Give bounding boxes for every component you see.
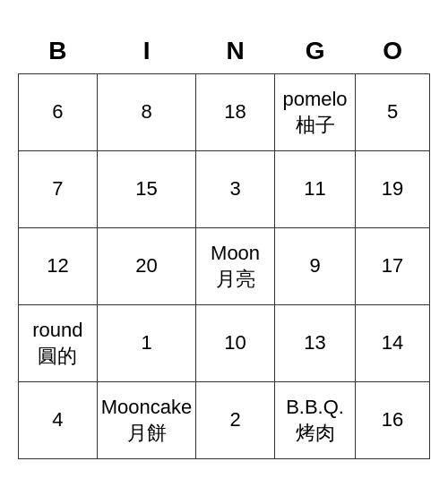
bingo-row-0: 6818pomelo柚子5	[19, 74, 430, 151]
bingo-cell-r0-c3: pomelo柚子	[274, 74, 355, 151]
bingo-cell-r0-c1: 8	[97, 74, 196, 151]
bingo-cell-r4-c2: 2	[196, 382, 275, 459]
bingo-row-2: 1220Moon月亮917	[19, 228, 430, 305]
bingo-cell-r1-c4: 19	[356, 151, 430, 228]
bingo-cell-r2-c2: Moon月亮	[196, 228, 275, 305]
bingo-header-B: B	[19, 28, 98, 74]
bingo-cell-r3-c2: 10	[196, 305, 275, 382]
bingo-header-G: G	[274, 28, 355, 74]
bingo-cell-r4-c4: 16	[356, 382, 430, 459]
bingo-cell-r2-c0: 12	[19, 228, 98, 305]
bingo-row-4: 4Mooncake月餅2B.B.Q.烤肉16	[19, 382, 430, 459]
bingo-cell-r0-c2: 18	[196, 74, 275, 151]
bingo-cell-r4-c3: B.B.Q.烤肉	[274, 382, 355, 459]
bingo-cell-r3-c0: round圓的	[19, 305, 98, 382]
bingo-cell-r2-c1: 20	[97, 228, 196, 305]
bingo-cell-r3-c3: 13	[274, 305, 355, 382]
bingo-cell-r2-c3: 9	[274, 228, 355, 305]
bingo-cell-r1-c1: 15	[97, 151, 196, 228]
bingo-cell-r4-c1: Mooncake月餅	[97, 382, 196, 459]
bingo-cell-r2-c4: 17	[356, 228, 430, 305]
bingo-cell-r1-c0: 7	[19, 151, 98, 228]
bingo-header-O: O	[356, 28, 430, 74]
bingo-header-I: I	[97, 28, 196, 74]
bingo-cell-r0-c4: 5	[356, 74, 430, 151]
bingo-cell-r1-c3: 11	[274, 151, 355, 228]
bingo-card: BINGO 6818pomelo柚子5715311191220Moon月亮917…	[18, 28, 430, 460]
bingo-cell-r3-c4: 14	[356, 305, 430, 382]
bingo-cell-r4-c0: 4	[19, 382, 98, 459]
bingo-cell-r0-c0: 6	[19, 74, 98, 151]
bingo-row-3: round圓的1101314	[19, 305, 430, 382]
bingo-row-1: 71531119	[19, 151, 430, 228]
bingo-cell-r1-c2: 3	[196, 151, 275, 228]
bingo-header-N: N	[196, 28, 275, 74]
bingo-cell-r3-c1: 1	[97, 305, 196, 382]
